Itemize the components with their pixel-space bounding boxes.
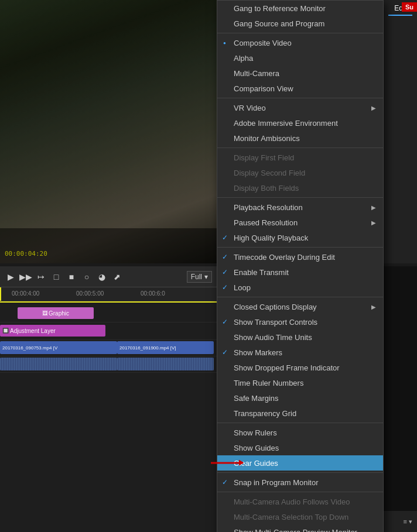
- menu-item-high-quality-playback[interactable]: High Quality Playback: [217, 230, 383, 245]
- red-badge: Su: [402, 2, 417, 12]
- menu-item-label-safe-margins: Safe Margins: [234, 394, 376, 403]
- menu-item-show-multicam-preview[interactable]: Show Multi-Camera Preview Monitor: [217, 524, 383, 532]
- menu-item-transparency-grid[interactable]: Transparency Grid: [217, 406, 383, 421]
- menu-item-label-paused-resolution: Paused Resolution: [234, 218, 371, 227]
- menu-item-enable-transmit[interactable]: Enable Transmit: [217, 265, 383, 280]
- menu-item-label-multicam-audio-follows: Multi-Camera Audio Follows Video: [234, 497, 376, 506]
- extract-button[interactable]: ■: [66, 271, 77, 283]
- menu-item-label-multicam-selection-top: Multi-Camera Selection Top Down: [234, 513, 376, 521]
- menu-item-vr-video[interactable]: VR Video▶: [217, 100, 383, 115]
- menu-item-label-monitor-ambisonics: Monitor Ambisonics: [234, 134, 376, 143]
- video-preview-left: 00:00:04:20: [0, 0, 217, 263]
- video-clip-2: 20170316_091900.mp4 [V]: [117, 341, 214, 354]
- menu-item-label-high-quality-playback: High Quality Playback: [234, 234, 376, 242]
- menu-item-label-display-both-fields: Display Both Fields: [234, 184, 376, 193]
- red-arrow-indicator: [211, 462, 243, 464]
- menu-separator-8: [217, 147, 383, 148]
- menu-item-label-show-markers: Show Markers: [234, 348, 376, 357]
- menu-item-show-dropped-frame[interactable]: Show Dropped Frame Indicator: [217, 360, 383, 375]
- menu-item-gang-to-reference[interactable]: Gang to Reference Monitor: [217, 1, 383, 16]
- camera-button[interactable]: ○: [81, 271, 93, 283]
- menu-item-label-playback-resolution: Playback Resolution: [234, 203, 371, 212]
- audio-clip-2: [117, 358, 214, 370]
- menu-item-label-show-rulers: Show Rulers: [234, 428, 376, 437]
- menu-item-label-time-ruler-numbers: Time Ruler Numbers: [234, 379, 376, 387]
- menu-item-label-vr-video: VR Video: [234, 104, 371, 112]
- submenu-arrow-playback-resolution: ▶: [371, 204, 376, 211]
- menu-item-label-clear-guides: Clear Guides: [234, 459, 376, 468]
- play-step-button[interactable]: ▶▶: [20, 271, 32, 283]
- skip-button[interactable]: ↦: [35, 271, 47, 283]
- track-row-v3: 🖼 Graphic: [0, 305, 217, 322]
- menu-item-composite-video[interactable]: Composite Video: [217, 35, 383, 50]
- menu-item-safe-margins[interactable]: Safe Margins: [217, 390, 383, 406]
- menu-item-alpha[interactable]: Alpha: [217, 50, 383, 66]
- menu-item-snap-in-program[interactable]: Snap in Program Monitor: [217, 475, 383, 490]
- menu-item-show-guides[interactable]: Show Guides: [217, 440, 383, 455]
- menu-item-multicam-selection-top[interactable]: Multi-Camera Selection Top Down: [217, 509, 383, 524]
- menu-item-show-audio-time[interactable]: Show Audio Time Units: [217, 330, 383, 345]
- menu-item-display-both-fields[interactable]: Display Both Fields: [217, 180, 383, 195]
- audio-clip-1: [0, 358, 117, 370]
- menu-item-label-show-audio-time: Show Audio Time Units: [234, 333, 376, 342]
- menu-separator-17: [217, 297, 383, 297]
- menu-item-label-snap-in-program: Snap in Program Monitor: [234, 478, 376, 487]
- menu-item-playback-resolution[interactable]: Playback Resolution▶: [217, 200, 383, 215]
- menu-item-label-enable-transmit: Enable Transmit: [234, 268, 376, 277]
- timeline-toolbar: ▶ ▶▶ ↦ □ ■ ○ ◕ ⬈ Full ▾: [0, 266, 217, 287]
- menu-item-label-alpha: Alpha: [234, 54, 376, 63]
- menu-item-time-ruler-numbers[interactable]: Time Ruler Numbers: [217, 375, 383, 390]
- timeline-panel: ▶ ▶▶ ↦ □ ■ ○ ◕ ⬈ Full ▾ 00:00:4:00 00:00…: [0, 266, 217, 532]
- menu-item-label-comparison-view: Comparison View: [234, 84, 376, 93]
- submenu-arrow-vr-video: ▶: [371, 105, 376, 111]
- menu-item-label-gang-to-reference: Gang to Reference Monitor: [234, 4, 376, 13]
- menu-separator-14: [217, 247, 383, 248]
- track-area: 🖼 Graphic 🔲 Adjustment Layer 20170316_09…: [0, 303, 217, 373]
- menu-item-multi-camera[interactable]: Multi-Camera: [217, 66, 383, 81]
- playhead-line: [0, 301, 217, 303]
- menu-item-paused-resolution[interactable]: Paused Resolution▶: [217, 215, 383, 230]
- track-row-v2: 🔲 Adjustment Layer: [0, 322, 217, 340]
- menu-item-label-composite-video: Composite Video: [234, 39, 376, 47]
- submenu-arrow-closed-captions: ▶: [371, 304, 376, 310]
- menu-item-label-show-transport: Show Transport Controls: [234, 318, 376, 327]
- menu-item-label-loop: Loop: [234, 283, 376, 292]
- menu-item-multicam-audio-follows[interactable]: Multi-Camera Audio Follows Video: [217, 494, 383, 509]
- menu-item-show-transport[interactable]: Show Transport Controls: [217, 314, 383, 330]
- menu-item-gang-source-program[interactable]: Gang Source and Program: [217, 16, 383, 31]
- resolution-selector[interactable]: Full ▾: [187, 271, 212, 283]
- adjustment-layer-clip: 🔲 Adjustment Layer: [0, 325, 105, 337]
- menu-item-show-markers[interactable]: Show Markers: [217, 345, 383, 360]
- menu-item-comparison-view[interactable]: Comparison View: [217, 81, 383, 96]
- play-button[interactable]: ▶: [5, 271, 16, 283]
- menu-item-adobe-immersive[interactable]: Adobe Immersive Environment: [217, 115, 383, 131]
- menu-item-label-adobe-immersive: Adobe Immersive Environment: [234, 119, 376, 128]
- menu-separator-5: [217, 98, 383, 98]
- menu-item-monitor-ambisonics[interactable]: Monitor Ambisonics: [217, 131, 383, 146]
- lift-button[interactable]: □: [50, 271, 62, 283]
- menu-item-label-transparency-grid: Transparency Grid: [234, 409, 376, 418]
- menu-item-label-show-guides: Show Guides: [234, 444, 376, 452]
- menu-item-closed-captions[interactable]: Closed Captions Display▶: [217, 299, 383, 314]
- menu-separator-25: [217, 423, 383, 423]
- output-button[interactable]: ⬈: [111, 271, 123, 283]
- playhead-top: [0, 287, 1, 301]
- menu-item-timecode-overlay[interactable]: Timecode Overlay During Edit: [217, 249, 383, 265]
- track-row-v1: 20170316_090753.mp4 [V 20170316_091900.m…: [0, 340, 217, 356]
- menu-separator-29: [217, 492, 383, 492]
- menu-item-label-show-dropped-frame: Show Dropped Frame Indicator: [234, 363, 376, 372]
- menu-separator-28: [217, 472, 383, 473]
- context-menu: Gang to Reference MonitorGang Source and…: [217, 0, 384, 532]
- timecode-ruler: 00:00:4:00 00:00:5:00 00:00:6:0: [0, 287, 217, 301]
- menu-item-display-second-field[interactable]: Display Second Field: [217, 165, 383, 180]
- menu-item-label-display-second-field: Display Second Field: [234, 169, 376, 177]
- video-clip-1: 20170316_090753.mp4 [V: [0, 341, 117, 354]
- menu-item-show-rulers[interactable]: Show Rulers: [217, 425, 383, 440]
- menu-item-loop[interactable]: Loop: [217, 280, 383, 295]
- menu-item-label-gang-source-program: Gang Source and Program: [234, 19, 376, 28]
- menu-separator-11: [217, 197, 383, 198]
- timecode-display: 00:00:04:20: [5, 250, 47, 258]
- export-button[interactable]: ◕: [96, 271, 108, 283]
- graphic-clip: 🖼 Graphic: [18, 307, 94, 319]
- menu-item-display-first-field[interactable]: Display First Field: [217, 150, 383, 165]
